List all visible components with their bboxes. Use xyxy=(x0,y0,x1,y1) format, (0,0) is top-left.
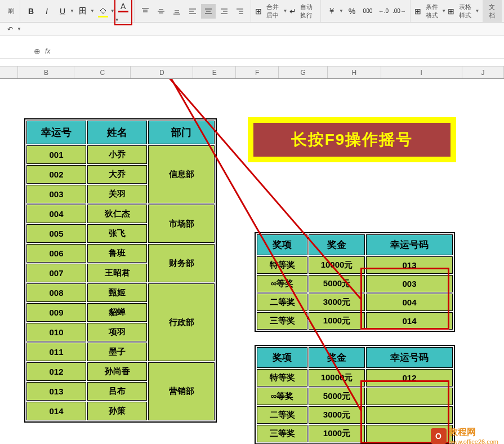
thousands-button[interactable]: 000 xyxy=(360,4,375,19)
cell-lucky-num[interactable]: 003 xyxy=(26,185,86,203)
align-middle-button[interactable] xyxy=(154,4,168,19)
cell-dept[interactable]: 行政部 xyxy=(148,283,215,361)
zoom-icon[interactable]: ⊕ xyxy=(34,47,41,56)
col-header-g[interactable]: G xyxy=(279,66,328,78)
cell-amount[interactable]: 10000元 xyxy=(309,256,365,274)
header-amount[interactable]: 奖金 xyxy=(309,234,365,255)
bold-button[interactable]: B xyxy=(24,4,38,19)
doc-label[interactable]: 文档 xyxy=(487,3,498,20)
chevron-down-icon[interactable]: ▼ xyxy=(110,8,115,14)
cell-num[interactable]: 003 xyxy=(366,275,453,292)
cell-name[interactable]: 貂蝉 xyxy=(87,303,147,322)
cell-lucky-num[interactable]: 006 xyxy=(26,244,86,263)
cell-lucky-num[interactable]: 014 xyxy=(26,402,86,420)
cell-name[interactable]: 孙策 xyxy=(87,402,147,420)
table-row[interactable]: 004狄仁杰市场部 xyxy=(26,205,215,223)
cell-prize[interactable]: 特等奖 xyxy=(257,256,307,274)
cell-lucky-num[interactable]: 011 xyxy=(26,343,86,361)
table-row[interactable]: 特等奖10000元012 xyxy=(257,369,453,387)
cell-prize[interactable]: 特等奖 xyxy=(257,369,307,387)
align-top-button[interactable] xyxy=(138,4,153,19)
col-header-h[interactable]: H xyxy=(328,66,381,78)
cell-lucky-num[interactable]: 010 xyxy=(26,323,86,341)
col-header-j[interactable]: J xyxy=(462,66,504,78)
font-color-button[interactable]: A xyxy=(116,0,131,14)
header-lucky-code[interactable]: 幸运号码 xyxy=(366,234,453,255)
cell-prize[interactable]: 二等奖 xyxy=(257,294,307,311)
cell-dept[interactable]: 营销部 xyxy=(148,362,215,420)
cell-dept[interactable]: 财务部 xyxy=(148,244,215,282)
cell-dept[interactable]: 信息部 xyxy=(148,145,215,203)
header-lucky-num[interactable]: 幸运号 xyxy=(26,121,86,144)
cell-name[interactable]: 大乔 xyxy=(87,165,147,184)
cell-num[interactable]: 004 xyxy=(366,294,453,311)
col-header-b[interactable]: B xyxy=(18,66,74,78)
col-header-blank[interactable] xyxy=(0,66,18,78)
cell-prize[interactable]: ∞等奖 xyxy=(257,275,307,292)
increase-decimal-button[interactable]: .00→ xyxy=(392,4,407,19)
col-header-f[interactable]: F xyxy=(236,66,279,78)
header-dept[interactable]: 部门 xyxy=(148,121,215,144)
header-prize[interactable]: 奖项 xyxy=(257,234,307,255)
cell-lucky-num[interactable]: 007 xyxy=(26,264,86,282)
merge-center-label[interactable]: 合并居中 xyxy=(264,3,283,20)
conditional-format-icon[interactable]: ⊞ xyxy=(414,4,422,19)
decrease-decimal-button[interactable]: ←.0 xyxy=(376,4,391,19)
indent-button[interactable] xyxy=(233,4,247,19)
cell-lucky-num[interactable]: 013 xyxy=(26,382,86,401)
cell-prize[interactable]: 三等奖 xyxy=(257,312,307,330)
chevron-down-icon[interactable]: ▼ xyxy=(17,26,21,32)
italic-button[interactable]: I xyxy=(39,4,54,19)
cell-lucky-num[interactable]: 002 xyxy=(26,165,86,184)
wrap-icon[interactable]: ↵ xyxy=(288,4,297,19)
cell-name[interactable]: 狄仁杰 xyxy=(87,205,147,223)
table-row[interactable]: 008甄姬行政部 xyxy=(26,283,215,302)
col-header-d[interactable]: D xyxy=(131,66,193,78)
cell-lucky-num[interactable]: 005 xyxy=(26,224,86,243)
border-button[interactable]: 田 xyxy=(75,4,90,19)
cell-amount[interactable]: 3000元 xyxy=(309,406,365,424)
cell-amount[interactable]: 5000元 xyxy=(309,275,365,292)
cell-prize[interactable]: 三等奖 xyxy=(257,425,307,442)
chevron-down-icon[interactable]: ▼ xyxy=(115,17,119,23)
align-bottom-button[interactable] xyxy=(170,4,184,19)
cell-amount[interactable]: 1000元 xyxy=(309,312,365,330)
header-lucky-code[interactable]: 幸运号码 xyxy=(366,347,453,368)
table-row[interactable]: 012孙尚香营销部 xyxy=(26,362,215,381)
cell-lucky-num[interactable]: 009 xyxy=(26,303,86,322)
col-header-c[interactable]: C xyxy=(74,66,131,78)
cell-dept[interactable]: 市场部 xyxy=(148,205,215,243)
cell-name[interactable]: 鲁班 xyxy=(87,244,147,263)
spreadsheet-area[interactable]: 幸运号 姓名 部门 001小乔信息部002大乔003关羽004狄仁杰市场部005… xyxy=(0,79,504,444)
cell-num[interactable]: 012 xyxy=(366,369,453,387)
cell-lucky-num[interactable]: 004 xyxy=(26,205,86,223)
cell-name[interactable]: 小乔 xyxy=(87,145,147,164)
cell-num[interactable]: 013 xyxy=(366,256,453,274)
table-row[interactable]: 二等奖3000元 xyxy=(257,406,453,424)
cell-name[interactable]: 王昭君 xyxy=(87,264,147,282)
percent-button[interactable]: % xyxy=(345,4,359,19)
table-row[interactable]: 006鲁班财务部 xyxy=(26,244,215,263)
header-amount[interactable]: 奖金 xyxy=(309,347,365,368)
table-row[interactable]: 三等奖1000元 xyxy=(257,425,453,442)
cell-num[interactable] xyxy=(366,388,453,405)
table-row[interactable]: 三等奖1000元014 xyxy=(257,312,453,330)
header-name[interactable]: 姓名 xyxy=(87,121,147,144)
cell-num[interactable] xyxy=(366,406,453,424)
cell-name[interactable]: 关羽 xyxy=(87,185,147,203)
underline-button[interactable]: U xyxy=(55,4,70,19)
merge-icon[interactable]: ⊞ xyxy=(255,4,263,19)
header-prize[interactable]: 奖项 xyxy=(257,347,307,368)
align-right-button[interactable] xyxy=(217,4,231,19)
cell-name[interactable]: 吕布 xyxy=(87,382,147,401)
table-style-label[interactable]: 表格样式 xyxy=(457,3,475,20)
table-row[interactable]: ∞等奖5000元 xyxy=(257,388,453,405)
chevron-down-icon[interactable]: ▼ xyxy=(283,8,287,14)
cell-prize[interactable]: 二等奖 xyxy=(257,406,307,424)
cell-amount[interactable]: 5000元 xyxy=(309,388,365,405)
chevron-down-icon[interactable]: ▼ xyxy=(339,8,344,14)
conditional-format-label[interactable]: 条件格式 xyxy=(423,3,442,20)
cell-name[interactable]: 墨子 xyxy=(87,343,147,361)
table-row[interactable]: ∞等奖5000元003 xyxy=(257,275,453,292)
cell-lucky-num[interactable]: 008 xyxy=(26,283,86,302)
